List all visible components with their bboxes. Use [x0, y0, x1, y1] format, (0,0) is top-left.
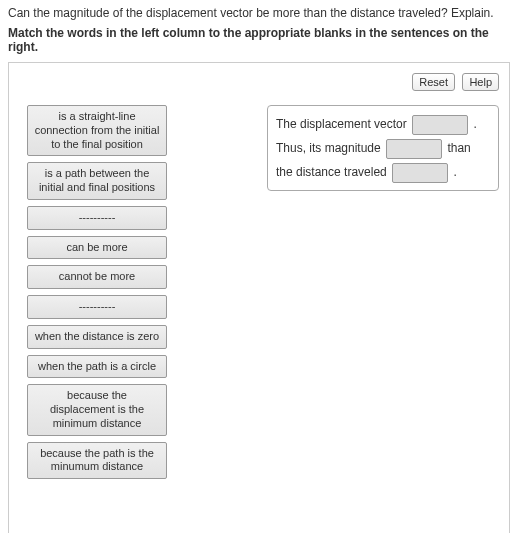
work-area: Reset Help is a straight-line connection…	[8, 62, 510, 533]
option-tile[interactable]: cannot be more	[27, 265, 167, 289]
option-tile[interactable]: when the path is a circle	[27, 355, 167, 379]
sentence-column: The displacement vector . Thus, its magn…	[267, 105, 499, 191]
option-tile[interactable]: because the path is the minumum distance	[27, 442, 167, 480]
option-tile[interactable]: ----------	[27, 295, 167, 319]
instructions-text: Match the words in the left column to th…	[8, 26, 510, 54]
blank-slot-1[interactable]	[412, 115, 468, 135]
option-tile[interactable]: when the distance is zero	[27, 325, 167, 349]
options-column: is a straight-line connection from the i…	[27, 105, 167, 485]
question-text: Can the magnitude of the displacement ve…	[8, 6, 510, 20]
sentence-box: The displacement vector . Thus, its magn…	[267, 105, 499, 191]
option-tile[interactable]: because the displacement is the minimum …	[27, 384, 167, 435]
blank-slot-3[interactable]	[392, 163, 448, 183]
sentence-text: The displacement vector	[276, 117, 407, 131]
option-tile[interactable]: is a straight-line connection from the i…	[27, 105, 167, 156]
sentence-text: .	[453, 165, 456, 179]
reset-button[interactable]: Reset	[412, 73, 455, 91]
option-tile[interactable]: can be more	[27, 236, 167, 260]
help-button[interactable]: Help	[462, 73, 499, 91]
top-button-bar: Reset Help	[19, 73, 499, 91]
option-tile[interactable]: ----------	[27, 206, 167, 230]
blank-slot-2[interactable]	[386, 139, 442, 159]
option-tile[interactable]: is a path between the initial and final …	[27, 162, 167, 200]
